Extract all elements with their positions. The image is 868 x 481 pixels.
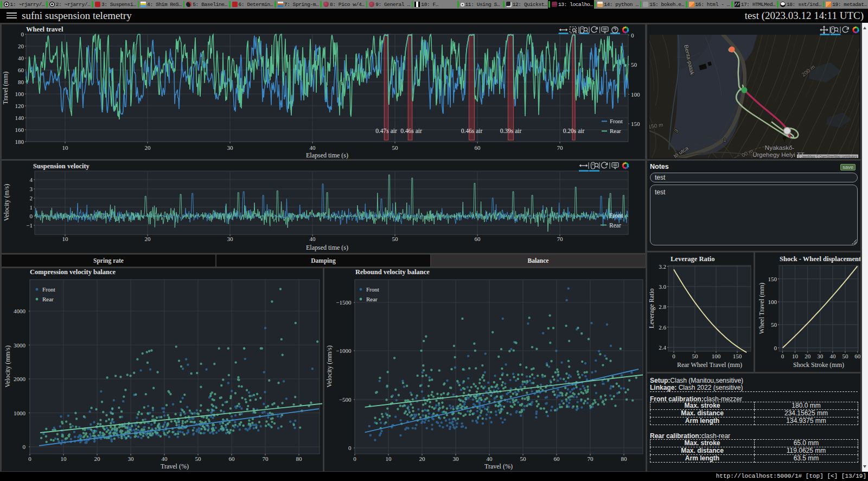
svg-text:50: 50 (520, 455, 527, 462)
svg-text:2.4: 2.4 (659, 344, 666, 351)
svg-text:40: 40 (310, 236, 316, 242)
svg-text:2: 2 (30, 195, 33, 201)
svg-text:Nyakaskő-: Nyakaskő- (765, 144, 794, 151)
svg-text:30: 30 (817, 353, 824, 359)
svg-text:50: 50 (771, 321, 777, 328)
svg-text:Leverage Ratio: Leverage Ratio (648, 288, 655, 328)
svg-text:0.46s air: 0.46s air (461, 128, 483, 134)
svg-text:60: 60 (18, 67, 24, 73)
svg-text:Compression velocity balance: Compression velocity balance (30, 268, 116, 276)
svg-text:60: 60 (475, 144, 481, 151)
svg-text:Wheel Travel (mm): Wheel Travel (mm) (758, 283, 765, 334)
svg-text:20: 20 (805, 353, 811, 359)
svg-text:3.2: 3.2 (659, 263, 666, 270)
svg-text:3.0: 3.0 (659, 283, 666, 290)
svg-text:1: 1 (723, 137, 726, 143)
svg-text:0: 0 (28, 455, 31, 462)
svg-text:20: 20 (145, 236, 151, 242)
svg-text:Shock Stroke (mm): Shock Stroke (mm) (793, 361, 844, 369)
svg-text:0: 0 (672, 353, 675, 359)
svg-text:60: 60 (554, 455, 560, 462)
svg-text:20: 20 (18, 43, 24, 49)
svg-text:80: 80 (18, 79, 24, 85)
svg-text:70: 70 (588, 455, 594, 462)
svg-text:3: 3 (30, 186, 33, 192)
svg-text:Rear: Rear (42, 296, 54, 302)
svg-text:70: 70 (263, 455, 269, 462)
svg-text:20: 20 (145, 144, 151, 151)
svg-text:0: 0 (353, 455, 356, 462)
svg-text:150: 150 (768, 276, 777, 282)
svg-text:−500: −500 (339, 396, 352, 403)
svg-text:0: 0 (30, 213, 33, 219)
svg-text:150: 150 (733, 353, 742, 359)
svg-text:10: 10 (61, 455, 67, 462)
svg-text:0: 0 (348, 445, 352, 451)
svg-text:100: 100 (712, 353, 721, 359)
svg-text:0: 0 (781, 353, 784, 359)
svg-text:50: 50 (631, 61, 637, 68)
svg-text:Front: Front (366, 286, 379, 293)
svg-text:Velocity (mm/s): Velocity (mm/s) (326, 345, 333, 388)
svg-text:1: 1 (30, 204, 33, 211)
svg-text:0.20s air: 0.20s air (563, 128, 585, 134)
svg-text:0: 0 (774, 345, 777, 351)
svg-text:2.6: 2.6 (659, 324, 666, 331)
svg-text:Velocity (m/s): Velocity (m/s) (3, 184, 10, 221)
svg-text:0: 0 (23, 444, 26, 450)
svg-text:Front: Front (610, 118, 623, 124)
svg-text:10: 10 (62, 236, 69, 242)
svg-text:0: 0 (631, 32, 634, 39)
svg-text:−1000: −1000 (336, 347, 352, 354)
svg-text:50: 50 (692, 353, 699, 359)
svg-text:80: 80 (621, 455, 628, 462)
svg-text:20: 20 (94, 455, 101, 462)
svg-text:Leverage Ratio: Leverage Ratio (671, 255, 715, 263)
svg-text:0.47s air: 0.47s air (375, 128, 397, 134)
svg-text:Ürgehegy Helyi TT: Ürgehegy Helyi TT (752, 151, 805, 158)
svg-text:70: 70 (557, 236, 564, 242)
svg-text:40: 40 (162, 455, 168, 462)
svg-text:50: 50 (392, 236, 399, 242)
svg-text:Elapsed time (s): Elapsed time (s) (306, 151, 348, 159)
svg-text:30: 30 (453, 455, 459, 462)
svg-text:Rear: Rear (366, 296, 378, 302)
svg-text:100: 100 (768, 299, 777, 305)
svg-text:4000: 4000 (14, 308, 26, 314)
svg-text:Travel (mm): Travel (mm) (2, 72, 9, 105)
svg-text:50: 50 (195, 455, 202, 462)
svg-text:100: 100 (15, 91, 24, 97)
svg-text:50: 50 (843, 353, 849, 359)
svg-text:4: 4 (30, 176, 33, 183)
svg-text:−1500: −1500 (336, 299, 352, 306)
svg-text:Rebound velocity balance: Rebound velocity balance (355, 268, 430, 276)
svg-text:−1: −1 (26, 222, 33, 229)
svg-text:20: 20 (419, 455, 426, 462)
svg-text:3000: 3000 (14, 342, 26, 349)
svg-text:40: 40 (18, 55, 24, 61)
svg-text:10: 10 (62, 144, 69, 151)
svg-text:0.46s air: 0.46s air (400, 128, 422, 134)
svg-text:150: 150 (631, 121, 640, 127)
svg-text:100: 100 (631, 91, 640, 98)
svg-text:Rear Wheel Travel (mm): Rear Wheel Travel (mm) (677, 361, 742, 369)
svg-text:30: 30 (128, 455, 135, 462)
svg-text:60: 60 (854, 353, 860, 359)
svg-text:60: 60 (229, 455, 235, 462)
svg-text:Rear: Rear (610, 128, 621, 134)
svg-text:Shock - Wheel displacement: Shock - Wheel displacement (780, 255, 860, 263)
svg-text:Velocity (mm/s): Velocity (mm/s) (4, 345, 11, 388)
svg-text:50: 50 (392, 144, 399, 151)
svg-text:1000: 1000 (14, 410, 26, 416)
svg-text:0: 0 (21, 31, 24, 37)
svg-text:30: 30 (227, 144, 234, 151)
svg-text:40: 40 (310, 144, 316, 151)
svg-text:0.39s air: 0.39s air (500, 128, 522, 134)
svg-text:Front: Front (42, 286, 55, 293)
svg-text:Rear: Rear (609, 222, 621, 229)
svg-text:120: 120 (15, 103, 24, 109)
svg-text:10: 10 (792, 353, 799, 359)
svg-text:60: 60 (475, 236, 481, 242)
svg-text:Travel (%): Travel (%) (484, 463, 513, 470)
svg-text:Suspension velocity: Suspension velocity (33, 162, 90, 170)
